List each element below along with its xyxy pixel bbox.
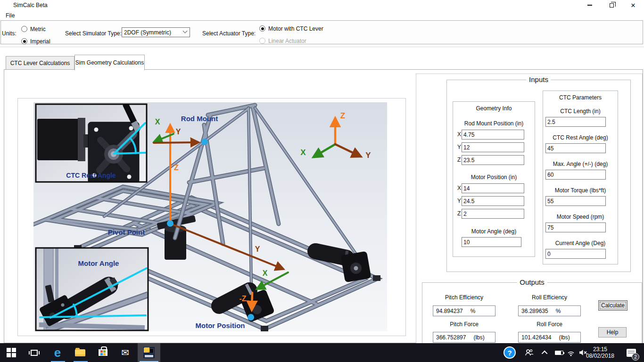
mail-button[interactable]: ✉ [114,343,137,362]
tab-ctc-lever-calculations[interactable]: CTC Lever Calculations [6,56,74,69]
rod-mount-label: Rod Mount [181,115,218,123]
simcalc-taskbar-button[interactable] [138,343,160,362]
motor-x-input[interactable] [462,183,524,193]
motor-speed-input[interactable] [545,222,606,232]
panel-divider [0,47,644,47]
task-view-icon [31,350,38,356]
ctc-rest-angle-input[interactable] [545,143,606,153]
roll-efficiency-label: Roll Efficiency [518,294,581,301]
chevron-up-icon [541,350,547,356]
axis-y-label: Y [176,128,181,136]
ctc-rest-angle-input-label: CTC Rest Angle (deg) [543,134,618,141]
ctc-rest-angle-inset: CTC Rest Angle [36,104,147,183]
geometry-info-title: Geometry Info [453,105,535,112]
minimize-button[interactable] [579,0,601,10]
roll-force-value: 101.426434 [521,334,551,341]
mail-icon: ✉ [122,348,130,357]
restore-button[interactable] [601,0,622,10]
roll-force-output: 101.426434 (lbs) [518,332,581,343]
windows-logo-icon [7,348,16,357]
max-angle-label: Max. Angle (+/-) (deg) [543,161,618,167]
pitch-efficiency-output: 94.894237 % [433,305,495,316]
ctc-length-input[interactable] [545,117,606,127]
motor-ctc-lever-radio-label[interactable]: Motor with CTC Lever [268,25,323,32]
simulator-type-select[interactable]: 2DOF (Symmetric) [122,27,190,37]
store-button[interactable] [91,343,114,362]
tab-sim-geometry-calculations[interactable]: Sim Geometry Calculations [74,55,145,70]
actuator-type-label: Select Actuator Type: [202,30,256,37]
simulator-type-label: Select Simulator Type: [65,30,122,37]
linear-actuator-radio [259,38,265,44]
task-view-button[interactable] [23,343,45,362]
motor-ctc-lever-radio[interactable] [259,25,265,32]
axis-x: X [457,131,461,138]
start-button[interactable] [0,343,23,362]
pitch-force-label: Pitch Force [433,321,495,328]
simcalc-app-icon [143,347,155,358]
metric-radio-label[interactable]: Metric [30,26,46,33]
pivot-point-label: Pivot Point [108,228,145,236]
pitch-force-unit: (lbs) [473,334,484,341]
minimize-icon [587,5,592,6]
pitch-efficiency-label: Pitch Efficiency [433,294,495,301]
restore-icon [610,3,614,8]
max-angle-input[interactable] [545,170,606,180]
ctc-length-label: CTC Length (in) [543,108,618,115]
help-tray-button[interactable]: ? [502,343,518,362]
rod-mount-y-input[interactable] [462,142,524,152]
network-tray-button[interactable] [565,343,577,362]
current-angle-label: Current Angle (Deg) [543,240,618,247]
current-angle-input[interactable] [545,249,606,259]
motor-z-input[interactable] [462,209,524,219]
show-hidden-icons-button[interactable] [538,343,552,362]
edge-button[interactable]: e [46,343,69,362]
wifi-icon [567,349,575,356]
linear-actuator-radio-label: Linear Actuator [268,38,306,44]
battery-icon [555,351,563,355]
pitch-efficiency-value: 94.894237 [436,308,463,314]
battery-tray-button[interactable] [553,343,566,362]
rod-mount-position-label: Rod Mount Position (in) [453,120,535,127]
imperial-radio-label[interactable]: Imperial [30,38,50,45]
motor-y-input[interactable] [462,196,524,206]
rod-mount-marker [201,139,208,145]
people-button[interactable] [520,343,537,362]
rod-mount-x-input[interactable] [462,130,524,140]
pivot-point-marker [167,220,173,227]
axis-y: Y [457,197,461,204]
close-button[interactable]: ✕ [622,0,644,10]
units-label: Units: [2,30,17,37]
file-explorer-button[interactable] [69,343,91,362]
simulator-type-value: 2DOF (Symmetric) [124,29,183,36]
motor-angle-inset: Motor Angle [36,248,148,330]
metric-radio[interactable] [21,26,27,32]
motor-position-label: Motor Position [196,321,245,329]
ctc-parameters-box: CTC Parameters CTC Length (in) CTC Rest … [543,90,618,264]
menu-file[interactable]: File [4,12,17,19]
roll-efficiency-value: 36.289635 [521,308,548,314]
roll-force-unit: (lbs) [559,334,570,341]
calculate-button[interactable]: Calculate [598,300,627,311]
motor-torque-input[interactable] [545,196,606,206]
folder-icon [75,349,85,356]
motor-angle-input[interactable] [462,237,521,247]
ctc-parameters-title: CTC Parameters [543,94,618,101]
axis-x-label: X [155,118,160,126]
io-panel: Inputs Geometry Info Rod Mount Position … [416,74,643,344]
imperial-radio[interactable] [21,38,27,44]
action-center-button[interactable]: 2 [622,343,640,362]
axis-y: Y [457,144,461,150]
outputs-group: Outputs Pitch Efficiency 94.894237 % Rol… [422,282,642,344]
help-button[interactable]: Help [598,327,627,337]
rod-mount-z-input[interactable] [462,155,524,165]
taskbar: e ✉ ? [0,343,644,362]
motor-speed-label: Motor Speed (rpm) [543,214,618,220]
axis-z-label: Z [174,164,179,172]
clock-tray[interactable]: 23:15 08/02/2018 [582,343,618,362]
taskbar-date: 08/02/2018 [586,353,614,359]
axis-z: Z [457,156,461,163]
triad-x-label: X [300,148,306,157]
options-panel: Units: Metric Imperial Select Simulator … [0,20,643,44]
people-icon [524,349,534,356]
triad-y-label: Y [365,151,371,160]
